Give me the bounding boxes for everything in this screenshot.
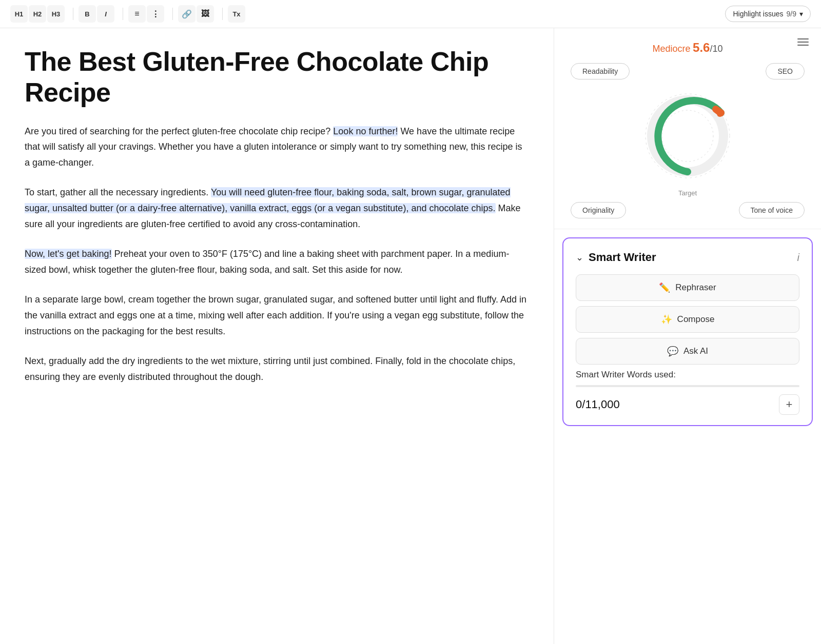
sw-words-label: Smart Writer Words used: (576, 370, 799, 380)
tab-tone-of-voice[interactable]: Tone of voice (739, 202, 805, 218)
svg-point-2 (685, 169, 690, 174)
compose-label: Compose (677, 314, 715, 325)
add-words-button[interactable]: + (779, 394, 799, 415)
separator-4 (222, 8, 223, 20)
score-header: Mediocre 5.6/10 (571, 41, 805, 55)
highlight-issues-button[interactable]: Highlight issues 9/9 ▾ (725, 6, 811, 22)
rephraser-button[interactable]: ✏️ Rephraser (576, 274, 799, 301)
p2-text-before: To start, gather all the necessary ingre… (25, 187, 211, 197)
gauge-tabs-top: Readability SEO (571, 63, 805, 79)
rephraser-icon: ✏️ (659, 282, 670, 293)
h2-button[interactable]: H2 (29, 5, 46, 23)
svg-point-4 (662, 110, 713, 162)
chevron-down-icon: ▾ (799, 10, 803, 18)
paragraph-5: Next, gradually add the dry ingredients … (25, 353, 529, 385)
image-button[interactable]: 🖼 (197, 5, 214, 23)
p4-text: In a separate large bowl, cream together… (25, 294, 526, 336)
highlight-count: 9/9 (787, 10, 796, 18)
heading-group: H1 H2 H3 (10, 5, 65, 23)
tab-seo[interactable]: SEO (766, 63, 805, 79)
ordered-list-button[interactable]: ≡ (128, 5, 146, 23)
separator-3 (172, 8, 173, 20)
p1-text-before: Are you tired of searching for the perfe… (25, 126, 333, 136)
ask-ai-icon: 💬 (667, 346, 678, 357)
list-group: ≡ ⋮ (128, 5, 164, 23)
score-section: Mediocre 5.6/10 Readability SEO (554, 28, 821, 229)
p5-text: Next, gradually add the dry ingredients … (25, 356, 515, 382)
score-value: 5.6 (693, 41, 710, 54)
sw-header: ⌄ Smart Writer i (576, 251, 799, 264)
main-area: The Best Gluten-Free Chocolate Chip Reci… (0, 28, 821, 644)
hamburger-line-3 (797, 45, 809, 46)
app-container: H1 H2 H3 B I ≡ ⋮ 🔗 🖼 Tx Highlight issues… (0, 0, 821, 644)
italic-button[interactable]: I (97, 5, 114, 23)
rephraser-label: Rephraser (675, 283, 716, 293)
hamburger-menu-button[interactable] (797, 38, 809, 46)
p3-highlight: Now, let's get baking! (25, 249, 112, 259)
quality-label: Mediocre (653, 44, 691, 54)
h3-button[interactable]: H3 (47, 5, 65, 23)
gauge-container: Target (571, 85, 805, 197)
compose-icon: ✨ (661, 314, 672, 325)
ask-ai-button[interactable]: 💬 Ask AI (576, 338, 799, 365)
right-panel: Mediocre 5.6/10 Readability SEO (554, 28, 821, 644)
hamburger-line-1 (797, 38, 809, 39)
score-max: /10 (710, 44, 722, 54)
toolbar: H1 H2 H3 B I ≡ ⋮ 🔗 🖼 Tx Highlight issues… (0, 0, 821, 28)
article-body: Are you tired of searching for the perfe… (25, 124, 529, 385)
sw-title-row: ⌄ Smart Writer (576, 251, 656, 264)
paragraph-4: In a separate large bowl, cream together… (25, 292, 529, 339)
separator-1 (73, 8, 73, 20)
separator-2 (123, 8, 123, 20)
paragraph-2: To start, gather all the necessary ingre… (25, 185, 529, 232)
tab-originality[interactable]: Originality (571, 202, 626, 218)
p1-highlight: Look no further! (333, 126, 398, 136)
format-group: B I (79, 5, 114, 23)
h1-button[interactable]: H1 (10, 5, 28, 23)
insert-group: 🔗 🖼 (178, 5, 214, 23)
sw-info-icon[interactable]: i (797, 252, 799, 264)
editor-panel[interactable]: The Best Gluten-Free Chocolate Chip Reci… (0, 28, 554, 644)
sw-words-count: 0/11,000 (576, 398, 620, 411)
article-title: The Best Gluten-Free Chocolate Chip Reci… (25, 47, 529, 108)
sw-collapse-chevron[interactable]: ⌄ (576, 252, 583, 263)
link-button[interactable]: 🔗 (178, 5, 196, 23)
unordered-list-button[interactable]: ⋮ (147, 5, 164, 23)
paragraph-1: Are you tired of searching for the perfe… (25, 124, 529, 171)
sw-words-footer: 0/11,000 + (576, 394, 799, 415)
bold-button[interactable]: B (79, 5, 96, 23)
ask-ai-label: Ask AI (683, 346, 708, 356)
hamburger-line-2 (797, 42, 809, 43)
sw-words-bar (576, 385, 799, 387)
clear-format-button[interactable]: Tx (228, 5, 245, 23)
tab-readability[interactable]: Readability (571, 63, 630, 79)
gauge-svg (636, 85, 739, 187)
svg-point-3 (717, 111, 723, 117)
highlight-label: Highlight issues (733, 10, 783, 18)
gauge-tabs-bottom: Originality Tone of voice (571, 202, 805, 218)
paragraph-3: Now, let's get baking! Preheat your oven… (25, 246, 529, 277)
smart-writer-panel: ⌄ Smart Writer i ✏️ Rephraser ✨ Compose … (562, 237, 813, 426)
target-label: Target (678, 189, 697, 197)
sw-title: Smart Writer (589, 251, 656, 264)
compose-button[interactable]: ✨ Compose (576, 306, 799, 333)
